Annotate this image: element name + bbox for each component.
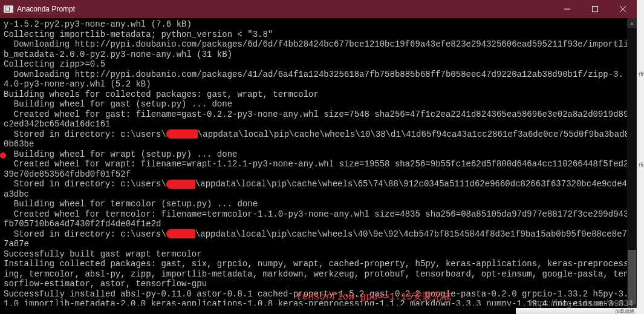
terminal-output[interactable]: y-1.5.2-py2.py3-none-any.whl (7.6 kB) Co… (0, 18, 637, 306)
scroll-thumb[interactable] (628, 250, 636, 304)
annotation-text: tensorflow-gpu==1.15安装完成 (296, 290, 451, 303)
minimize-button[interactable] (553, 0, 581, 18)
window-controls (553, 0, 637, 18)
scroll-track[interactable] (627, 28, 637, 304)
taskbar-text: 加载就绪 (615, 308, 634, 315)
selection-marker (0, 152, 6, 159)
side-strip: 传 传 (637, 0, 644, 314)
scroll-up-arrow[interactable]: ▲ (627, 18, 637, 28)
app-icon (4, 5, 13, 13)
taskbar-fragment: 加载就绪 (516, 308, 637, 314)
maximize-button[interactable] (581, 0, 609, 18)
window-title: Anaconda Prompt (17, 5, 553, 13)
titlebar[interactable]: Anaconda Prompt (0, 0, 637, 18)
close-button[interactable] (609, 0, 637, 18)
terminal-window: Anaconda Prompt y-1.5.2-py2.py3-none-any… (0, 0, 637, 314)
svg-rect-1 (593, 7, 598, 12)
scrollbar[interactable]: ▲ ▼ (627, 18, 637, 314)
watermark: https://blog.csdn.net/w9034 (530, 298, 633, 308)
